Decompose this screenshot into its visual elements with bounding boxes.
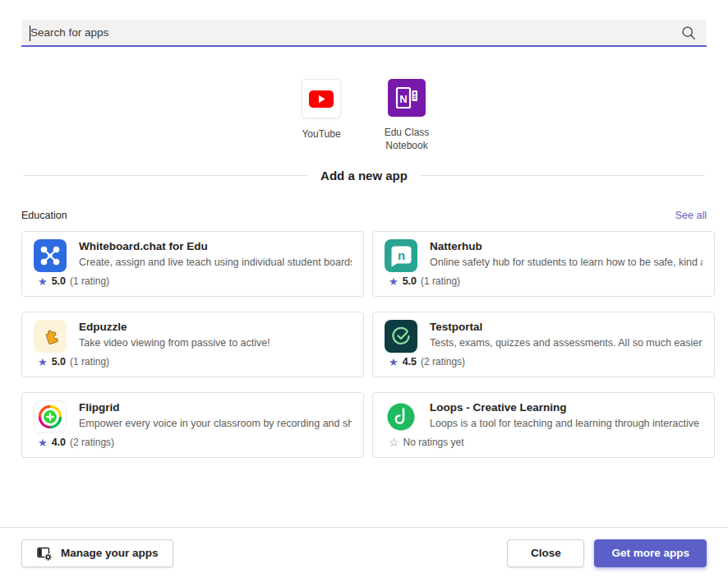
star-icon: ★ (38, 276, 48, 287)
whiteboard-chat-icon (34, 239, 67, 272)
rating-value: 4.0 (52, 437, 66, 448)
app-title: Flipgrid (79, 401, 352, 415)
app-title: Edpuzzle (79, 321, 270, 335)
rating-row: ★ 4.0 (2 ratings) (38, 437, 352, 448)
app-title: Whiteboard.chat for Edu (79, 240, 352, 254)
app-description: Create, assign and live teach using indi… (79, 257, 352, 268)
testportal-icon (385, 320, 417, 353)
rating-count: (2 ratings) (70, 437, 114, 448)
app-card-natterhub[interactable]: n Natterhub Online safety hub for studen… (372, 231, 715, 297)
flipgrid-icon (34, 400, 67, 433)
see-all-link[interactable]: See all (675, 210, 707, 221)
add-new-app-label: Add a new app (308, 169, 420, 183)
svg-text:n: n (398, 248, 405, 262)
rating-count: (1 rating) (70, 356, 109, 368)
get-more-apps-button[interactable]: Get more apps (594, 539, 707, 567)
manage-apps-label: Manage your apps (61, 547, 159, 559)
app-card-testportal[interactable]: Testportal Tests, exams, quizzes and ass… (372, 312, 715, 377)
app-title: Natterhub (430, 240, 703, 254)
onenote-icon: N (388, 79, 426, 117)
svg-text:N: N (399, 93, 407, 105)
app-description: Tests, exams, quizzes and assessments. A… (430, 337, 703, 349)
star-icon: ★ (389, 276, 399, 287)
pinned-app-label: Edu Class Notebook (371, 126, 443, 152)
rating-value: 5.0 (52, 275, 66, 287)
rating-row: ☆ No ratings yet (389, 437, 703, 448)
rating-row: ★ 4.5 (2 ratings) (389, 356, 703, 368)
app-description: Empower every voice in your classroom by… (79, 418, 352, 429)
no-rating-label: No ratings yet (403, 437, 464, 448)
rating-count: (2 ratings) (421, 356, 465, 368)
loops-icon (385, 400, 417, 433)
section-header: Education See all (21, 210, 707, 221)
pinned-app-youtube[interactable]: YouTube (285, 79, 357, 152)
app-description: Online safety hub for students to learn … (430, 257, 703, 268)
edpuzzle-icon (34, 320, 67, 353)
star-icon: ★ (389, 357, 399, 368)
app-description: Loops is a tool for teaching and learnin… (430, 418, 703, 429)
manage-apps-icon (36, 545, 53, 562)
app-description: Take video viewing from passive to activ… (79, 337, 270, 349)
star-icon: ★ (38, 357, 48, 368)
search-input[interactable] (21, 20, 707, 47)
manage-your-apps-button[interactable]: Manage your apps (21, 539, 173, 567)
app-card-loops[interactable]: Loops - Creative Learning Loops is a too… (372, 392, 715, 458)
youtube-icon (302, 79, 341, 118)
star-outline-icon: ☆ (389, 437, 399, 448)
app-card-flipgrid[interactable]: Flipgrid Empower every voice in your cla… (21, 392, 364, 458)
close-button[interactable]: Close (507, 539, 584, 567)
natterhub-icon: n (385, 239, 417, 272)
app-title: Testportal (430, 321, 703, 335)
divider-line (23, 175, 308, 176)
rating-value: 5.0 (403, 275, 417, 287)
pinned-app-label: YouTube (302, 127, 340, 141)
search-icon[interactable] (680, 25, 697, 41)
pinned-app-edu-class-notebook[interactable]: N Edu Class Notebook (371, 79, 443, 152)
app-store-dialog: YouTube N Edu Class Notebook Add a new a… (0, 0, 728, 578)
rating-count: (1 rating) (70, 275, 109, 287)
dialog-footer: Manage your apps Close Get more apps (0, 527, 728, 578)
rating-row: ★ 5.0 (1 rating) (38, 275, 352, 287)
app-card-edpuzzle[interactable]: Edpuzzle Take video viewing from passive… (21, 312, 364, 377)
rating-row: ★ 5.0 (1 rating) (389, 275, 703, 287)
app-card-whiteboard-chat[interactable]: Whiteboard.chat for Edu Create, assign a… (21, 231, 364, 297)
apps-grid: Whiteboard.chat for Edu Create, assign a… (21, 231, 707, 458)
rating-value: 4.5 (403, 356, 417, 368)
star-icon: ★ (38, 437, 48, 448)
pinned-apps-row: YouTube N Edu Class Notebook (0, 79, 728, 152)
rating-row: ★ 5.0 (1 rating) (38, 356, 352, 368)
divider-line (420, 175, 705, 176)
rating-count: (1 rating) (421, 275, 460, 287)
section-title: Education (21, 210, 67, 221)
search-bar (21, 20, 707, 47)
rating-value: 5.0 (52, 356, 66, 368)
app-title: Loops - Creative Learning (430, 401, 703, 415)
add-new-app-divider: Add a new app (23, 169, 705, 183)
footer-actions: Close Get more apps (507, 539, 707, 567)
